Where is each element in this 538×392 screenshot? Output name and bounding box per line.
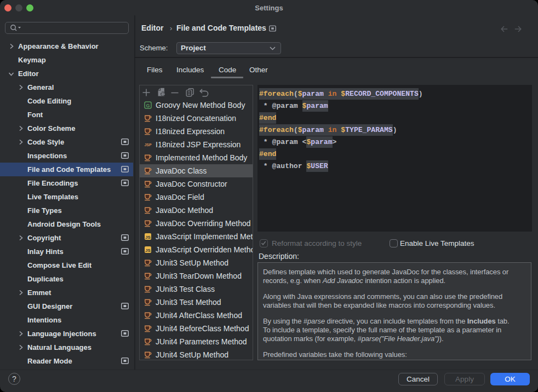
- svg-text:G: G: [146, 103, 150, 108]
- svg-text:JS: JS: [145, 235, 151, 240]
- svg-text:JS: JS: [145, 248, 151, 253]
- svg-text:JSP: JSP: [144, 143, 152, 147]
